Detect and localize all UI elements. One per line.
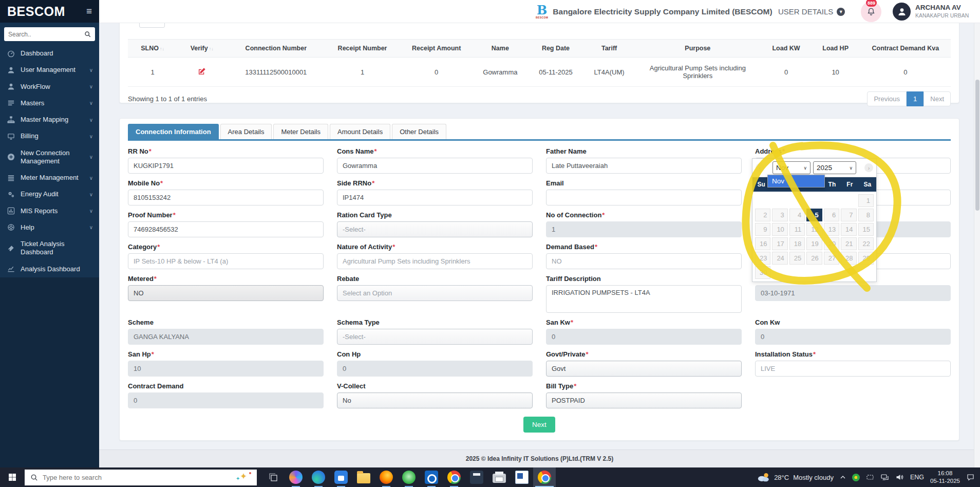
demand-based-input[interactable]: [546, 253, 742, 269]
sidebar-search-input[interactable]: [8, 31, 75, 38]
day-cell[interactable]: 15: [858, 223, 874, 236]
email-input[interactable]: [546, 190, 742, 205]
day-cell[interactable]: 6: [824, 209, 839, 221]
avatar[interactable]: [893, 3, 911, 21]
taskbar-app-edge[interactable]: [307, 467, 330, 487]
nature-of-activity-input[interactable]: [337, 253, 533, 269]
installation-status-input[interactable]: [755, 361, 951, 377]
sidebar-item-dashboard[interactable]: Dashboard: [0, 45, 99, 62]
day-cell[interactable]: 11: [789, 223, 805, 236]
day-cell[interactable]: 30: [755, 266, 770, 279]
day-cell[interactable]: 25: [789, 252, 805, 265]
tab-meter-details[interactable]: Meter Details: [273, 124, 328, 139]
proof-number-input[interactable]: [128, 221, 324, 237]
sidebar-search[interactable]: [4, 27, 95, 41]
taskbar-clock[interactable]: 16:08 05-11-2025: [930, 470, 960, 485]
task-view-button[interactable]: [262, 467, 285, 487]
column-header-slno[interactable]: SLNO↑↓: [128, 40, 177, 58]
next-button[interactable]: Next: [523, 417, 555, 433]
column-header-verify[interactable]: Verify↑↓: [177, 40, 227, 58]
day-cell[interactable]: 22: [858, 237, 874, 250]
schema-type-select[interactable]: -Select-: [337, 329, 533, 345]
taskbar-app-chrome[interactable]: [443, 467, 465, 487]
day-cell[interactable]: 1: [858, 194, 874, 207]
day-cell[interactable]: 18: [789, 237, 805, 250]
v-collect-select[interactable]: No: [337, 392, 533, 408]
day-cell[interactable]: 29: [858, 252, 874, 265]
taskbar-app-loop[interactable]: [285, 467, 307, 487]
vertical-scrollbar[interactable]: [974, 23, 980, 467]
language-indicator[interactable]: ENG: [910, 474, 924, 481]
tab-other-details[interactable]: Other Details: [392, 124, 446, 139]
side-rrno-input[interactable]: [337, 190, 533, 205]
category-input[interactable]: [128, 253, 324, 269]
taskbar-app-calculator[interactable]: [465, 467, 488, 487]
sidebar-item-user-management[interactable]: User Management∨: [0, 62, 99, 78]
selected-day-cell[interactable]: 5: [806, 209, 822, 221]
rebate-select[interactable]: Select an Option: [337, 285, 533, 301]
sidebar-item-analysis-dashboard[interactable]: Analysis Dashboard: [0, 261, 99, 277]
cons-name-input[interactable]: [337, 158, 533, 174]
day-cell[interactable]: 9: [755, 223, 770, 236]
day-cell[interactable]: 26: [806, 252, 822, 265]
father-name-input[interactable]: [546, 158, 742, 174]
sidebar-item-ticket-analysis-dashboard[interactable]: Ticket Analysis Dashboard: [0, 236, 99, 261]
day-cell[interactable]: 21: [841, 237, 856, 250]
user-details-dropdown[interactable]: USER DETAILS ▼: [778, 0, 845, 23]
tray-chevron-up-icon[interactable]: [840, 474, 846, 480]
datepicker-prev-icon[interactable]: ‹: [756, 163, 764, 172]
day-cell[interactable]: 7: [841, 209, 856, 221]
taskbar-app-chrome-active[interactable]: [533, 467, 556, 487]
day-cell[interactable]: 23: [755, 252, 770, 265]
hamburger-menu-icon[interactable]: ≡: [86, 6, 92, 17]
sidebar-item-master-mapping[interactable]: Master Mapping∨: [0, 111, 99, 128]
previous-page-button[interactable]: Previous: [867, 91, 907, 106]
mobile-no-input[interactable]: [128, 190, 324, 205]
govt-private-select[interactable]: Govt: [546, 361, 742, 377]
sidebar-item-help[interactable]: Help∨: [0, 219, 99, 236]
taskbar-app-outlook[interactable]: [420, 467, 443, 487]
day-cell[interactable]: 16: [755, 237, 770, 250]
action-center-icon[interactable]: [966, 473, 975, 481]
volume-icon[interactable]: [895, 473, 904, 481]
page-1-button[interactable]: 1: [907, 91, 924, 106]
bill-type-select[interactable]: POSTPAID: [546, 392, 742, 408]
day-cell[interactable]: 17: [772, 237, 787, 250]
day-cell[interactable]: 14: [841, 223, 856, 236]
datepicker-next-icon[interactable]: ›: [864, 163, 873, 172]
sidebar-item-meter-management[interactable]: Meter Management∨: [0, 170, 99, 186]
datepicker-month-select[interactable]: Nov∨: [772, 161, 811, 174]
sidebar-item-masters[interactable]: Masters∨: [0, 95, 99, 111]
next-page-button[interactable]: Next: [924, 91, 951, 106]
sidebar-item-mis-reports[interactable]: MIS Reports∨: [0, 203, 99, 219]
taskbar-search-input[interactable]: [43, 474, 231, 481]
day-cell[interactable]: 4: [789, 209, 805, 221]
table-filter-input[interactable]: [139, 23, 165, 28]
taskbar-search[interactable]: ✦✦: [25, 470, 257, 485]
taskbar-app-word[interactable]: [511, 467, 533, 487]
day-cell[interactable]: 19: [806, 237, 822, 250]
tab-connection-information[interactable]: Connection Information: [128, 124, 219, 139]
day-cell[interactable]: 24: [772, 252, 787, 265]
day-cell[interactable]: 13: [824, 223, 839, 236]
sidebar-item-billing[interactable]: Billing∨: [0, 128, 99, 144]
scrollbar-thumb[interactable]: [975, 80, 979, 211]
antivirus-tray-icon[interactable]: [852, 474, 860, 481]
taskbar-app-vpn[interactable]: [398, 467, 420, 487]
month-option-nov[interactable]: Nov: [768, 175, 824, 187]
taskbar-app-printer[interactable]: [488, 467, 511, 487]
day-cell[interactable]: 28: [841, 252, 856, 265]
taskbar-app-firefox[interactable]: [375, 467, 398, 487]
metered-select[interactable]: NO: [128, 285, 324, 301]
ration-card-type-select[interactable]: -Select-: [337, 221, 533, 237]
tab-area-details[interactable]: Area Details: [220, 124, 272, 139]
day-cell[interactable]: 12: [806, 223, 822, 236]
snip-tray-icon[interactable]: [866, 473, 874, 481]
notifications-button[interactable]: 889: [861, 2, 881, 22]
sidebar-item-energy-audit[interactable]: Energy Audit∨: [0, 186, 99, 202]
network-icon[interactable]: [880, 473, 889, 481]
weather-widget[interactable]: 28°C Mostly cloudy: [757, 472, 834, 482]
sidebar-item-new-connection-management[interactable]: New Connection Management∨: [0, 145, 99, 170]
taskbar-app-store[interactable]: [330, 467, 352, 487]
tab-amount-details[interactable]: Amount Details: [330, 124, 390, 139]
